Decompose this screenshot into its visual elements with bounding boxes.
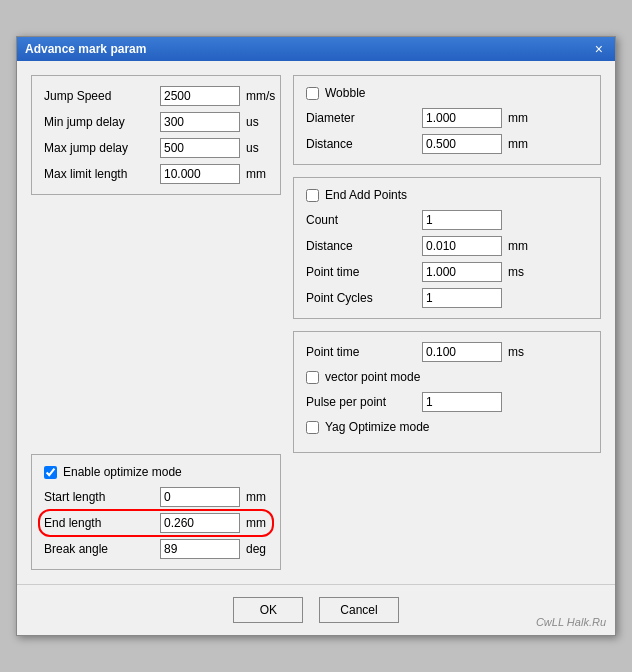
start-length-unit: mm: [246, 490, 266, 504]
min-jump-delay-unit: us: [246, 115, 259, 129]
wobble-label[interactable]: Wobble: [325, 86, 365, 100]
jump-speed-unit: mm/s: [246, 89, 275, 103]
enable-optimize-checkbox[interactable]: [44, 466, 57, 479]
dialog-title: Advance mark param: [25, 42, 146, 56]
yag-optimize-checkbox[interactable]: [306, 421, 319, 434]
wobble-checkbox-row: Wobble: [306, 86, 588, 100]
max-limit-length-label: Max limit length: [44, 167, 154, 181]
enable-optimize-label[interactable]: Enable optimize mode: [63, 465, 182, 479]
min-jump-delay-label: Min jump delay: [44, 115, 154, 129]
start-length-label: Start length: [44, 490, 154, 504]
vector-point-label[interactable]: vector point mode: [325, 370, 420, 384]
ok-button[interactable]: OK: [233, 597, 303, 623]
left-column: Jump Speed mm/s Min jump delay us Max ju…: [31, 75, 281, 570]
wobble-group: Wobble Diameter mm Distance mm: [293, 75, 601, 165]
cancel-button[interactable]: Cancel: [319, 597, 398, 623]
wobble-diameter-label: Diameter: [306, 111, 416, 125]
wobble-distance-unit: mm: [508, 137, 528, 151]
end-add-points-checkbox-row: End Add Points: [306, 188, 588, 202]
dialog-body: Jump Speed mm/s Min jump delay us Max ju…: [17, 61, 615, 584]
wobble-distance-row: Distance mm: [306, 134, 588, 154]
jump-params-group: Jump Speed mm/s Min jump delay us Max ju…: [31, 75, 281, 195]
eap-point-time-unit: ms: [508, 265, 524, 279]
end-add-points-checkbox[interactable]: [306, 189, 319, 202]
start-length-row: Start length mm: [44, 487, 268, 507]
eap-count-label: Count: [306, 213, 416, 227]
end-length-row: End length mm: [44, 513, 268, 533]
eap-distance-input[interactable]: [422, 236, 502, 256]
eap-point-cycles-label: Point Cycles: [306, 291, 416, 305]
wobble-distance-input[interactable]: [422, 134, 502, 154]
vector-point-mode-row: vector point mode: [306, 370, 588, 384]
misc-group: Point time ms vector point mode Pulse pe…: [293, 331, 601, 453]
start-length-input[interactable]: [160, 487, 240, 507]
eap-point-time-input[interactable]: [422, 262, 502, 282]
right-column: Wobble Diameter mm Distance mm: [293, 75, 601, 570]
end-add-points-group: End Add Points Count Distance mm Point t…: [293, 177, 601, 319]
eap-distance-row: Distance mm: [306, 236, 588, 256]
close-button[interactable]: ×: [591, 42, 607, 56]
watermark: CwLL Halk.Ru: [536, 616, 606, 628]
max-jump-delay-label: Max jump delay: [44, 141, 154, 155]
vector-point-checkbox[interactable]: [306, 371, 319, 384]
misc-point-time-row: Point time ms: [306, 342, 588, 362]
min-jump-delay-input[interactable]: [160, 112, 240, 132]
eap-count-row: Count: [306, 210, 588, 230]
eap-point-cycles-input[interactable]: [422, 288, 502, 308]
max-limit-length-unit: mm: [246, 167, 266, 181]
break-angle-label: Break angle: [44, 542, 154, 556]
eap-distance-unit: mm: [508, 239, 528, 253]
misc-point-time-unit: ms: [508, 345, 524, 359]
end-add-points-label[interactable]: End Add Points: [325, 188, 407, 202]
min-jump-delay-row: Min jump delay us: [44, 112, 268, 132]
dialog-window: Advance mark param × Jump Speed mm/s Min…: [16, 36, 616, 636]
max-jump-delay-input[interactable]: [160, 138, 240, 158]
yag-optimize-label[interactable]: Yag Optimize mode: [325, 420, 430, 434]
max-jump-delay-row: Max jump delay us: [44, 138, 268, 158]
break-angle-input[interactable]: [160, 539, 240, 559]
optimize-mode-group: Enable optimize mode Start length mm End…: [31, 454, 281, 570]
eap-point-time-row: Point time ms: [306, 262, 588, 282]
wobble-diameter-unit: mm: [508, 111, 528, 125]
pulse-per-point-row: Pulse per point: [306, 392, 588, 412]
wobble-distance-label: Distance: [306, 137, 416, 151]
dialog-footer: OK Cancel: [17, 584, 615, 635]
eap-distance-label: Distance: [306, 239, 416, 253]
yag-optimize-row: Yag Optimize mode: [306, 420, 588, 434]
wobble-diameter-input[interactable]: [422, 108, 502, 128]
misc-point-time-label: Point time: [306, 345, 416, 359]
max-jump-delay-unit: us: [246, 141, 259, 155]
break-angle-unit: deg: [246, 542, 266, 556]
title-bar: Advance mark param ×: [17, 37, 615, 61]
end-length-label: End length: [44, 516, 154, 530]
end-length-input[interactable]: [160, 513, 240, 533]
max-limit-length-input[interactable]: [160, 164, 240, 184]
eap-point-cycles-row: Point Cycles: [306, 288, 588, 308]
wobble-checkbox[interactable]: [306, 87, 319, 100]
eap-point-time-label: Point time: [306, 265, 416, 279]
end-length-unit: mm: [246, 516, 266, 530]
max-limit-length-row: Max limit length mm: [44, 164, 268, 184]
misc-point-time-input[interactable]: [422, 342, 502, 362]
pulse-per-point-input[interactable]: [422, 392, 502, 412]
wobble-diameter-row: Diameter mm: [306, 108, 588, 128]
jump-speed-row: Jump Speed mm/s: [44, 86, 268, 106]
break-angle-row: Break angle deg: [44, 539, 268, 559]
pulse-per-point-label: Pulse per point: [306, 395, 416, 409]
jump-speed-label: Jump Speed: [44, 89, 154, 103]
enable-optimize-row: Enable optimize mode: [44, 465, 268, 479]
jump-speed-input[interactable]: [160, 86, 240, 106]
eap-count-input[interactable]: [422, 210, 502, 230]
